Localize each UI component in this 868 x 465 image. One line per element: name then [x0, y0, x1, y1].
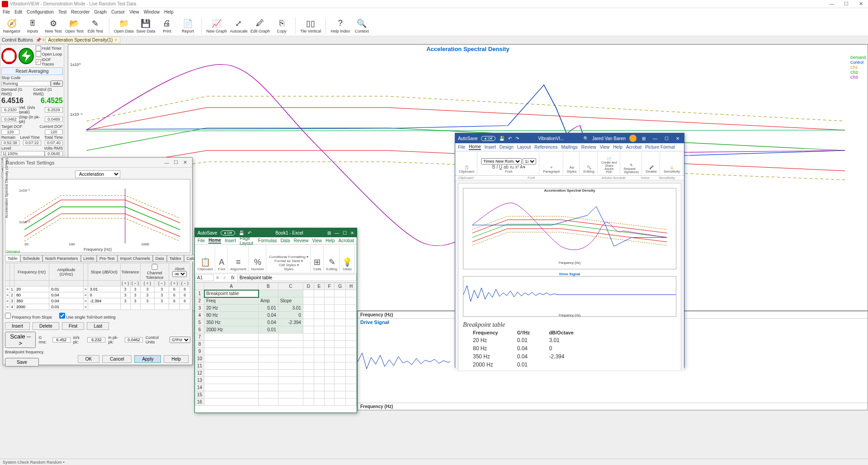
excel-cell-D7[interactable] [303, 333, 314, 341]
rts-abort-unit[interactable]: dB [172, 271, 187, 277]
excel-menu-help[interactable]: Help [326, 238, 335, 243]
excel-cell-B3[interactable]: 0.01 [259, 305, 278, 312]
rts-freq-from-slope[interactable]: Frequency from Slope [5, 313, 52, 319]
word-redo-icon[interactable]: ↷ [515, 136, 519, 141]
rts-apply-button[interactable]: Apply [134, 355, 161, 363]
toolbar-help[interactable]: ?Help Index [330, 16, 350, 35]
word-ribbon-clipboard[interactable]: 📋Clipboard [456, 152, 477, 174]
excel-cell-D5[interactable] [303, 319, 314, 326]
excel-cell-C2[interactable]: Slope [278, 297, 303, 305]
word-ribbon-sensitivity[interactable]: 🔒Sensitivity [661, 152, 683, 174]
toolbar-edittest[interactable]: ✎Edit Test [86, 16, 104, 35]
word-menu-acrobat[interactable]: Acrobat [626, 145, 642, 150]
excel-menu-review[interactable]: Review [294, 238, 309, 243]
toolbar-savedata[interactable]: 💾Save Data [136, 16, 155, 35]
excel-cell-A16[interactable] [204, 399, 259, 406]
word-menu-review[interactable]: Review [581, 145, 596, 150]
excel-cell-E13[interactable] [314, 377, 324, 384]
word-menu-help[interactable]: Help [613, 145, 623, 150]
excel-cell-E6[interactable] [314, 326, 324, 333]
word-autosave-toggle[interactable]: ● Off [481, 136, 495, 141]
excel-cell-C10[interactable] [278, 355, 303, 362]
menu-file[interactable]: File [3, 9, 10, 14]
menu-help[interactable]: Help [164, 9, 174, 14]
rts-scale-button[interactable]: Scale --> [5, 332, 36, 348]
word-menu-layout[interactable]: Layout [517, 145, 531, 150]
rts-tab-6[interactable]: Data [153, 255, 167, 262]
excel-undo-icon[interactable]: ↶ [248, 230, 251, 235]
excel-ribbon-editing[interactable]: ✎Editing [325, 245, 340, 272]
rts-close[interactable]: ✕ [180, 160, 189, 165]
toolbar-newtest[interactable]: ⚙New Test [44, 16, 62, 35]
rts-use-single-tol[interactable]: Use single Tol/Abort setting [59, 313, 115, 319]
excel-cell-D13[interactable] [303, 377, 314, 384]
excel-cell-F14[interactable] [324, 384, 334, 391]
excel-cell-F12[interactable] [324, 370, 334, 377]
excel-cell-H14[interactable] [346, 384, 357, 391]
excel-cell-H12[interactable] [346, 370, 357, 377]
excel-cell-C1[interactable] [278, 290, 303, 297]
excel-cell-C3[interactable]: 3.01 [278, 305, 303, 312]
word-save-icon[interactable]: 💾 [499, 136, 505, 141]
word-ribbon-mode[interactable]: ⊞ [640, 136, 647, 141]
rts-first-button[interactable]: First [62, 322, 84, 330]
excel-cell-D1[interactable] [303, 290, 314, 297]
excel-cell-A10[interactable] [204, 355, 259, 362]
info-button[interactable]: Info [51, 80, 63, 87]
toolbar-inputs[interactable]: 🎚Inputs [24, 16, 42, 35]
word-ribbon-styles[interactable]: AaStyles [564, 152, 580, 174]
rts-insert-button[interactable]: Insert [5, 322, 30, 330]
excel-cell-C7[interactable] [278, 333, 303, 341]
excel-cell-F16[interactable] [324, 399, 334, 406]
rts-slope-3[interactable] [89, 299, 119, 303]
rts-tab-1[interactable]: Schedule [20, 255, 43, 262]
excel-cell-B16[interactable] [259, 399, 278, 406]
rts-freq-3[interactable] [15, 299, 48, 303]
excel-cell-A12[interactable] [204, 370, 259, 377]
excel-save-icon[interactable]: 💾 [239, 230, 244, 235]
rts-cancel-button[interactable]: Cancel [102, 355, 132, 363]
excel-cell-C16[interactable] [278, 399, 303, 406]
excel-cell-D11[interactable] [303, 362, 314, 370]
excel-cell-G15[interactable] [335, 391, 346, 399]
excel-cell-H7[interactable] [346, 333, 357, 341]
excel-ribbon-styles[interactable]: Conditional Formatting ▾Format as Table … [267, 245, 311, 272]
excel-autosave-toggle[interactable]: ● Off [221, 230, 235, 235]
excel-menu-acrobat[interactable]: Acrobat [339, 238, 354, 243]
excel-cell-D6[interactable] [303, 326, 314, 333]
excel-cell-H5[interactable] [346, 319, 357, 326]
word-font-select[interactable]: Times New Roman [481, 158, 522, 164]
rts-slope-1[interactable] [89, 287, 119, 291]
excel-cell-H10[interactable] [346, 355, 357, 362]
toolbar-tilev[interactable]: ▯▯Tile Vertical [300, 16, 321, 35]
word-menu-file[interactable]: File [458, 145, 465, 150]
excel-cell-B10[interactable] [259, 355, 278, 362]
excel-cell-D8[interactable] [303, 341, 314, 348]
excel-ribbon-ideas[interactable]: 💡Ideas [340, 245, 354, 272]
excel-cell-G11[interactable] [335, 362, 346, 370]
excel-cell-E11[interactable] [314, 362, 324, 370]
word-ribbon-font[interactable]: Times New Roman 12 B I U ab x₂ x² A▾ Fon… [478, 152, 539, 174]
word-avatar[interactable] [629, 135, 637, 142]
rts-help-button[interactable]: Help [164, 355, 189, 363]
excel-cell-C8[interactable] [278, 341, 303, 348]
rts-amp-4[interactable] [50, 305, 82, 309]
excel-cell-E1[interactable] [314, 290, 324, 297]
excel-cell-H4[interactable] [346, 312, 357, 319]
excel-cell-A6[interactable]: 2000 Hz [204, 326, 259, 333]
excel-cell-D16[interactable] [303, 399, 314, 406]
excel-formula-input[interactable] [237, 274, 357, 281]
excel-cell-G13[interactable] [335, 377, 346, 384]
excel-cell-G6[interactable] [335, 326, 346, 333]
rts-delete-button[interactable]: Delete [33, 322, 59, 330]
rts-tab-3[interactable]: Limits [81, 255, 97, 262]
rts-ctrlunits-select[interactable]: G²/Hz [170, 337, 190, 343]
excel-cell-B6[interactable]: 0.01 [259, 326, 278, 333]
excel-menu-formulas[interactable]: Formulas [258, 238, 277, 243]
toolbar-opentest[interactable]: 📂Open Test [65, 16, 84, 35]
excel-cell-A9[interactable] [204, 348, 259, 355]
excel-cell-E15[interactable] [314, 391, 324, 399]
excel-namebox[interactable]: A1 [195, 274, 214, 281]
excel-cell-B1[interactable] [259, 290, 278, 297]
word-search-icon[interactable]: 🔍 [583, 136, 589, 141]
